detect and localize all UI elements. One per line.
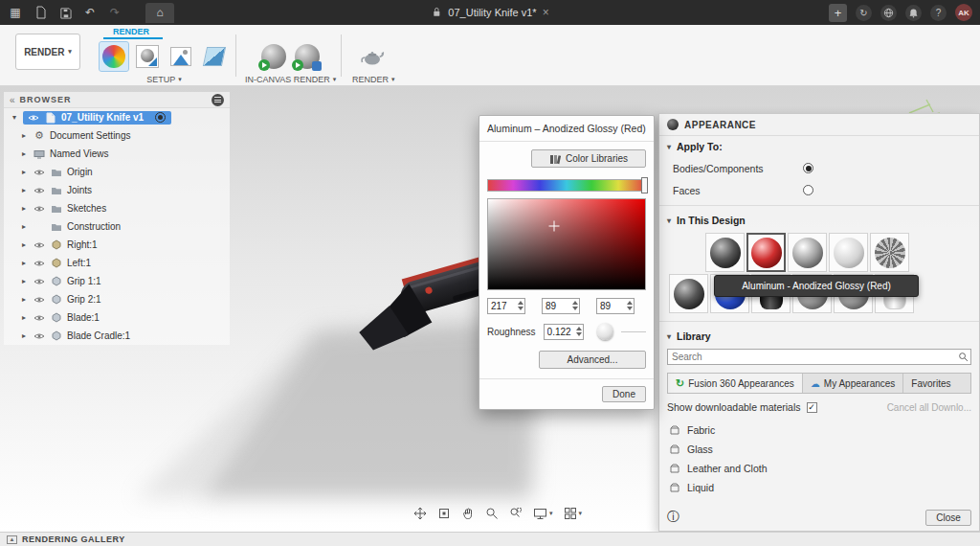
expand-arrow-icon[interactable]: ▸ [19, 131, 29, 140]
fit-icon[interactable] [435, 505, 453, 522]
bodies-components-radio[interactable] [803, 163, 813, 173]
stepper-arrows-icon[interactable] [572, 301, 578, 310]
home-tab[interactable]: ⌂ [145, 3, 174, 23]
roughness-preview-ball[interactable] [597, 323, 614, 340]
decal-icon[interactable] [167, 42, 195, 71]
saturation-value-picker[interactable] [487, 198, 646, 290]
expand-arrow-icon[interactable]: ▸ [19, 295, 29, 304]
user-avatar[interactable]: AK [955, 4, 972, 21]
appearance-swatch-sphere-dark[interactable] [669, 274, 708, 313]
expand-arrow-icon[interactable]: ▸ [19, 313, 29, 322]
show-downloadable-checkbox[interactable]: ✓ [807, 402, 817, 413]
display-settings-icon[interactable]: ▾ [531, 505, 555, 522]
expand-arrow-icon[interactable]: ▸ [19, 331, 29, 340]
job-status-icon[interactable]: ↻ [856, 5, 872, 21]
visibility-eye-icon[interactable] [33, 205, 46, 213]
tree-item-grip-1[interactable]: ▸ Grip 1:1 [4, 272, 230, 290]
file-icon[interactable] [33, 5, 48, 20]
color-libraries-button[interactable]: Color Libraries [531, 149, 646, 168]
document-tab[interactable]: 07_Utility Knife v1* × [431, 0, 548, 25]
pan-hand-icon[interactable] [459, 505, 477, 522]
visibility-eye-icon[interactable] [33, 314, 46, 322]
green-value-stepper[interactable] [542, 298, 580, 314]
category-leather-and-cloth[interactable]: Leather and Cloth [659, 459, 979, 478]
red-value-stepper[interactable] [487, 298, 525, 314]
render-teapot-icon[interactable] [359, 42, 388, 71]
visibility-eye-icon[interactable] [27, 114, 40, 122]
expand-arrow-icon[interactable]: ▸ [19, 277, 29, 285]
hue-slider[interactable] [487, 179, 646, 192]
visibility-eye-icon[interactable] [33, 332, 46, 340]
blue-value-stepper[interactable] [596, 298, 635, 314]
roughness-stepper[interactable] [544, 324, 584, 340]
tab-render[interactable]: RENDER [113, 27, 149, 36]
workspace-menu-button[interactable]: RENDER ▾ [15, 34, 80, 70]
stepper-arrows-icon[interactable] [518, 301, 523, 310]
tree-item-named-views[interactable]: ▸ Named Views [4, 145, 230, 163]
hue-slider-handle[interactable] [641, 177, 648, 193]
expand-arrow-icon[interactable]: ▸ [19, 259, 29, 267]
advanced-button[interactable]: Advanced... [539, 351, 646, 369]
in-canvas-render-label[interactable]: IN-CANVAS RENDER▾ [245, 75, 336, 84]
tree-item-grip-2[interactable]: ▸ Grip 2:1 [4, 290, 230, 308]
zoom-icon[interactable] [483, 505, 501, 522]
apply-option-faces[interactable]: Faces [659, 179, 979, 201]
activate-component-radio[interactable] [155, 112, 166, 123]
expand-arrow-icon[interactable]: ▸ [19, 240, 29, 249]
category-glass[interactable]: Glass [659, 440, 979, 459]
grid-layout-icon[interactable]: ▾ [562, 505, 585, 522]
visibility-eye-icon[interactable] [33, 187, 46, 194]
stepper-arrows-icon[interactable] [576, 327, 582, 336]
redo-icon[interactable]: ↷ [107, 5, 122, 20]
browser-root-row[interactable]: ▾ 07_Utility Knife v1 [4, 108, 230, 126]
tree-item-construction[interactable]: ▸ Construction [4, 217, 230, 236]
appearance-swatch-swirl[interactable] [870, 233, 909, 272]
tab-fusion-appearances[interactable]: ↻ Fusion 360 Appearances [668, 374, 803, 393]
texture-map-icon[interactable] [200, 42, 229, 71]
help-icon[interactable]: ? [930, 5, 947, 21]
appearance-swatch-sphere-gray[interactable] [788, 233, 827, 272]
render-group-label[interactable]: RENDER▾ [352, 75, 395, 84]
appearance-swatch-sphere-dark[interactable] [705, 233, 745, 272]
done-button[interactable]: Done [602, 386, 646, 402]
expand-arrow-icon[interactable]: ▾ [10, 113, 19, 122]
in-this-design-section-header[interactable]: ▾ In This Design [659, 210, 979, 231]
apply-to-section-header[interactable]: ▾ Apply To: [659, 136, 979, 157]
expand-arrow-icon[interactable]: ▸ [19, 204, 29, 213]
appearance-tool-icon[interactable] [100, 42, 128, 71]
category-fabric[interactable]: Fabric [659, 421, 979, 440]
color-picker-crosshair[interactable] [548, 221, 559, 232]
tab-my-appearances[interactable]: ☁ My Appearances [803, 374, 904, 393]
tree-item-document-settings[interactable]: ▸ ⚙ Document Settings [4, 126, 230, 145]
expand-arrow-icon[interactable]: ▸ [19, 186, 29, 194]
apply-option-bodies[interactable]: Bodies/Components [659, 157, 979, 179]
category-liquid[interactable]: Liquid [659, 478, 979, 497]
visibility-eye-icon[interactable] [33, 278, 46, 285]
stepper-arrows-icon[interactable] [627, 301, 633, 310]
tree-item-right-1[interactable]: ▸ Right:1 [4, 236, 230, 254]
setup-group-label[interactable]: SETUP▾ [146, 75, 182, 84]
search-input[interactable] [667, 349, 971, 365]
visibility-eye-icon[interactable] [33, 169, 46, 176]
rendering-gallery-label[interactable]: RENDERING GALLERY [22, 535, 125, 544]
info-icon[interactable]: ⓘ [667, 509, 679, 526]
visibility-eye-icon[interactable] [33, 241, 46, 249]
visibility-eye-icon[interactable] [33, 260, 46, 267]
visibility-eye-icon[interactable] [33, 296, 46, 304]
notifications-icon[interactable] [905, 5, 922, 21]
pan-icon[interactable] [412, 505, 429, 522]
library-section-header[interactable]: ▾ Library [659, 326, 979, 347]
faces-radio[interactable] [803, 185, 813, 195]
scene-settings-icon[interactable] [133, 42, 162, 71]
gallery-panel-icon[interactable]: ▲ [7, 535, 17, 544]
save-icon[interactable] [57, 5, 73, 20]
appearance-swatch-sphere-red[interactable] [746, 233, 786, 272]
browser-filter-icon[interactable] [212, 94, 224, 106]
tree-item-blade-cradle-1[interactable]: ▸ Blade Cradle:1 [4, 327, 230, 345]
expand-arrow-icon[interactable]: ▸ [19, 222, 29, 231]
in-canvas-render-icon[interactable] [259, 42, 288, 71]
extensions-icon[interactable] [880, 5, 897, 21]
tree-item-joints[interactable]: ▸ Joints [4, 181, 230, 199]
appearance-swatch-sphere-light[interactable] [829, 233, 868, 272]
app-grid-icon[interactable]: ▦ [8, 5, 23, 20]
